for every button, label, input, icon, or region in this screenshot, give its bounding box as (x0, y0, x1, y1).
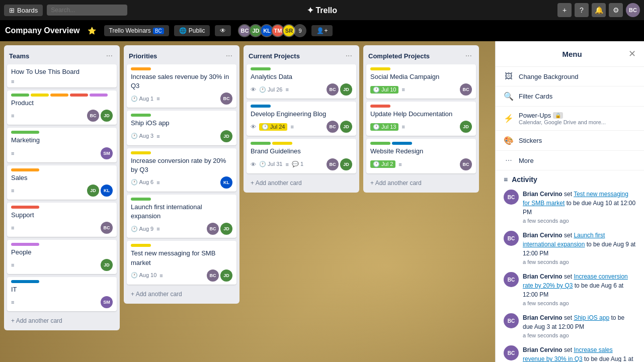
card-due: 🕐 Jul 10 (370, 86, 398, 94)
card-product[interactable]: Product ≡ BC JD (7, 90, 117, 125)
card-avatars: BC JD (207, 223, 232, 235)
activity-section: ≡ Activity BC Brian Cervino set Test new… (496, 170, 644, 362)
add-member-button[interactable]: 👤+ (311, 25, 333, 36)
menu-item-filter-cards[interactable]: 🔍 Filter Cards (496, 86, 644, 107)
card-labels (11, 168, 113, 171)
label (11, 280, 39, 283)
search-input[interactable] (47, 5, 127, 16)
card-avatar: JD (220, 223, 232, 235)
activity-link[interactable]: Ship iOS app (574, 314, 609, 321)
menu-item-power-ups[interactable]: ⚡ Power-Ups 🔒 Calendar, Google Drive and… (496, 107, 644, 131)
card-meta-item: 🕐 Aug 3 (131, 133, 153, 139)
add-button[interactable]: + (557, 3, 572, 17)
card-meta-item: ≡ (11, 225, 14, 231)
activity-item: BC Brian Cervino set Test new messaging … (504, 190, 636, 224)
card-brand[interactable]: Brand Guidelines 👁 🕐 Jul 31 ≡ 💬 1 BC JD (247, 139, 356, 173)
card-labels (11, 280, 113, 283)
card-it[interactable]: IT ≡ SM (7, 277, 117, 311)
card-p1[interactable]: Increase sales revenue by 30% in Q3 🕐 Au… (127, 64, 236, 108)
card-title: Support (11, 211, 113, 220)
card-meta-item: ≡ (401, 86, 405, 93)
card-social[interactable]: Social Media Campaign 🕐 Jul 10 ≡ BC (366, 64, 476, 99)
card-help-doc[interactable]: Update Help Documentation 🕐 Jul 13 ≡ JD (366, 102, 476, 136)
label (370, 142, 390, 145)
list-title: Completed Projects (368, 52, 430, 60)
card-p2[interactable]: Ship iOS app 🕐 Aug 3 ≡ JD (127, 111, 236, 145)
card-labels (131, 67, 232, 70)
powerups-sub: Calendar, Google Drive and more... (519, 119, 606, 125)
add-card-button[interactable]: + Add another card (366, 176, 476, 190)
card-title: Analytics Data (251, 72, 352, 81)
card-people[interactable]: People ≡ JD (7, 240, 117, 274)
activity-content: Brian Cervino set Ship iOS app to be due… (523, 313, 636, 331)
add-card-button[interactable]: + Add another card (127, 288, 236, 301)
card-meta-item: 👁 (251, 86, 256, 93)
card-labels (370, 105, 472, 108)
card-avatar: KL (101, 185, 113, 197)
card-footer: 🕐 Jul 10 ≡ BC (370, 83, 472, 96)
close-panel-button[interactable]: ✕ (628, 48, 636, 59)
card-meta-item: ≡ (285, 86, 288, 93)
list-menu-button[interactable]: ··· (463, 50, 474, 61)
member-count[interactable]: 9 (293, 24, 306, 37)
avatar[interactable]: BC (626, 3, 640, 17)
boards-label: Boards (17, 7, 38, 14)
card-p3[interactable]: Increase conversion rate by 20% by Q3 🕐 … (127, 148, 236, 192)
card-eng-blog[interactable]: Develop Engineering Blog 👁 🕐 Jul 24 ≡ BC… (247, 102, 356, 136)
star-button[interactable]: ⭐ (85, 24, 99, 38)
list-menu-button[interactable]: ··· (224, 50, 234, 61)
label (50, 94, 68, 97)
list-priorities: Priorities ··· Increase sales revenue by… (124, 45, 239, 304)
card-labels (251, 142, 352, 145)
help-button[interactable]: ? (575, 3, 589, 17)
card-meta-item: 💬 1 (292, 161, 303, 167)
activity-avatar: BC (504, 190, 519, 205)
card-marketing[interactable]: Marketing ≡ SM (7, 128, 117, 162)
visibility-button[interactable]: 🌐 Public (174, 25, 210, 36)
card-labels (251, 105, 352, 108)
boards-button[interactable]: ⊞ Boards (4, 5, 43, 16)
card-footer: ≡ BC JD (11, 110, 113, 122)
card-footer: ≡ SM (11, 296, 113, 308)
grid-icon: ⊞ (9, 7, 15, 14)
card-avatars: JD KL (87, 185, 113, 197)
card-analytics[interactable]: Analytics Data 👁 🕐 Jul 26 ≡ BC JD (247, 64, 356, 99)
settings-button[interactable]: ⚙ (609, 3, 623, 17)
add-card-button[interactable]: + Add another card (7, 314, 117, 327)
card-sales[interactable]: Sales ≡ JD KL (7, 165, 117, 200)
card-title: Increase conversion rate by 20% by Q3 (131, 156, 232, 174)
card-footer: 🕐 Jul 13 ≡ JD (370, 121, 472, 133)
menu-item-more[interactable]: ··· More (496, 151, 644, 170)
card-avatars: BC JD (207, 269, 232, 282)
card-meta-item: 🕐 Aug 6 (131, 179, 153, 186)
card-labels (131, 244, 232, 247)
card-meta-item: ≡ (156, 133, 159, 139)
activity-content: Brian Cervino set Increase conversion ra… (523, 272, 636, 299)
list-menu-button[interactable]: ··· (344, 50, 354, 61)
label (131, 244, 151, 247)
card-website[interactable]: Website Redesign 🕐 Jul 2 ≡ BC (366, 139, 476, 173)
card-how-to[interactable]: How To Use This Board ≡ (7, 64, 117, 87)
add-card-button[interactable]: + Add another card (247, 176, 356, 190)
menu-item-stickers[interactable]: 🎨 Stickers (496, 131, 644, 151)
globe-icon: 🌐 (179, 27, 187, 34)
card-title: People (11, 248, 113, 257)
card-meta: 🕐 Aug 10 ≡ (131, 272, 163, 279)
menu-item-change-bg[interactable]: 🖼 Change Background (496, 67, 644, 86)
list-menu-button[interactable]: ··· (104, 50, 115, 61)
workspace-button[interactable]: Trello Webinars BC (104, 25, 169, 36)
card-title: Social Media Campaign (370, 72, 472, 81)
activity-icon: ≡ (504, 175, 508, 184)
card-avatar: BC (327, 158, 339, 170)
menu-item-label: Change Background (519, 73, 579, 80)
watch-button[interactable]: 👁 (215, 25, 231, 36)
side-panel: Menu ✕ 🖼 Change Background 🔍 Filter Card… (495, 41, 644, 362)
card-p5[interactable]: Test new messaging for SMB market 🕐 Aug … (127, 241, 236, 284)
card-p4[interactable]: Launch first international expansion 🕐 A… (127, 195, 236, 238)
card-due: 🕐 Jul 24 (259, 123, 287, 131)
card-title: Brand Guidelines (251, 147, 352, 156)
card-support[interactable]: Support ≡ BC (7, 203, 117, 237)
notifications-button[interactable]: 🔔 (592, 3, 606, 17)
card-meta-item: ≡ (11, 78, 14, 84)
side-panel-title: Menu (516, 50, 628, 58)
